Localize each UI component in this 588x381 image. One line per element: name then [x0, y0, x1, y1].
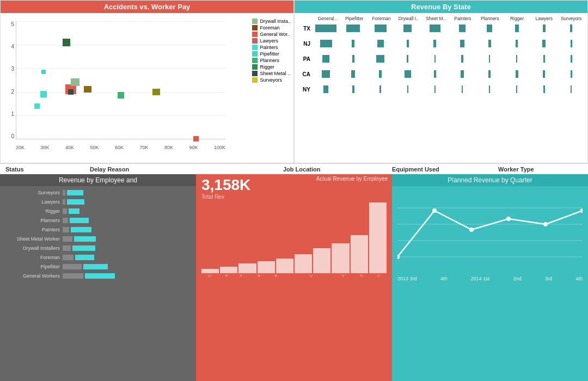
hbar-label: Surveyors: [5, 190, 63, 195]
hbar-row: Planners: [5, 217, 191, 224]
revenue-state-title: Revenue By State: [295, 1, 587, 13]
x-label: 80K: [164, 145, 173, 150]
vbar: [295, 254, 312, 273]
col-header: Sheet M..: [422, 16, 449, 21]
col-header: Lawyers: [530, 16, 558, 21]
hbar-label: Drywall Installers: [5, 245, 63, 251]
rev-bar: [459, 24, 465, 32]
vbar: [369, 202, 387, 273]
legend-item: Painters: [252, 45, 291, 50]
rev-bar: [543, 70, 545, 78]
col-header: Pipefitter: [341, 16, 368, 21]
rev-bar: [516, 40, 518, 47]
rev-bar: [403, 24, 412, 32]
rev-bar: [430, 24, 440, 32]
vbar: [201, 269, 219, 273]
line-dot: [543, 222, 548, 226]
hbar-label: Rigger: [5, 208, 63, 214]
hbar-seg1: [63, 208, 67, 214]
rev-bar: [375, 24, 387, 32]
line-dot: [506, 217, 511, 221]
line-dot: [432, 208, 437, 213]
hbar-seg1: [63, 245, 71, 251]
rev-bar: [489, 85, 490, 93]
legend: Drywall Insta.. Foreman General Wor.. La…: [252, 19, 291, 84]
rev-bar: [571, 85, 572, 93]
y-label: 4: [11, 44, 14, 50]
hbar-label: Planners: [5, 218, 63, 223]
vbar: [220, 267, 237, 273]
rev-row-tx: TX: [297, 22, 585, 34]
y-label: 1: [11, 111, 14, 117]
legend-label: Rigger: [260, 64, 274, 70]
rev-row-pa: PA: [297, 53, 585, 65]
hbar-seg2: [70, 218, 89, 223]
equipment-title: Equipment Used: [392, 166, 493, 173]
hbar-seg1: [63, 264, 82, 269]
col-header: Planners: [476, 16, 504, 21]
hbar-seg2: [69, 208, 79, 214]
legend-label: Surveyors: [260, 77, 282, 83]
rev-bar: [376, 55, 384, 63]
legend-label: Foreman: [260, 25, 279, 30]
legend-item: Pipefitter: [252, 51, 291, 57]
legend-item: Foreman: [252, 25, 291, 30]
hbar-label: Painters: [5, 227, 63, 232]
rev-bar: [542, 40, 546, 47]
rev-bar: [515, 24, 519, 32]
line-dot: [580, 208, 583, 213]
legend-item: Drywall Insta..: [252, 19, 291, 24]
legend-item: Planners: [252, 58, 291, 63]
scatter-dot: [193, 136, 199, 142]
accidents-panel: Accidents vs. Worker Pay 5 4 3 2 1 0: [0, 0, 294, 163]
hbar-seg1: [63, 255, 74, 260]
legend-label: Painters: [260, 45, 278, 50]
rev-bar: [322, 55, 329, 63]
hbar-track: [63, 227, 191, 232]
legend-color: [252, 58, 258, 63]
quarter-label: 4th: [575, 276, 583, 281]
y-label: 2: [11, 89, 14, 95]
col-header: Surveyors: [558, 16, 585, 21]
rev-bars-pa: [313, 53, 585, 65]
rev-bar: [315, 24, 336, 32]
y-label: 5: [11, 21, 14, 27]
state-label: NJ: [297, 41, 313, 47]
rev-employee-panel: Revenue by Employee and Surveyors Lawyer…: [0, 174, 196, 381]
horiz-bar-chart: Surveyors Lawyers Rigger: [0, 186, 196, 284]
legend-color: [252, 71, 258, 76]
hbar-track: [63, 208, 191, 214]
legend-color: [252, 19, 258, 24]
hbar-seg1: [63, 273, 83, 279]
rev-bar: [487, 24, 492, 32]
x-label: 20K: [16, 145, 24, 150]
hbar-row: Lawyers: [5, 198, 191, 205]
rev-bar: [516, 70, 518, 78]
hbar-seg1: [63, 236, 72, 242]
scatter-dot: [84, 86, 91, 93]
rev-bar: [571, 70, 572, 78]
hbar-track: [63, 218, 191, 223]
hbar-label: Sheet Metal Worker: [5, 236, 63, 242]
scatter-dot: [71, 78, 79, 86]
actual-rev-panel: Actual Revenue by Employee 3,158K Total …: [196, 174, 392, 381]
x-label: 100K: [214, 145, 225, 150]
legend-color: [252, 32, 258, 37]
legend-item: Surveyors: [252, 77, 291, 83]
rev-bar: [320, 40, 332, 47]
hbar-seg2: [72, 245, 95, 251]
rev-bar: [434, 55, 436, 63]
state-label: TX: [297, 26, 313, 32]
rev-bar: [489, 55, 490, 63]
y-axis: 5 4 3 2 1 0: [3, 21, 14, 139]
legend-label: General Wor..: [260, 32, 290, 37]
rev-bar: [461, 55, 463, 63]
state-label: CA: [297, 71, 313, 77]
hbar-seg2: [74, 236, 96, 242]
line-chart-area: 2013 3rd 4th 2014 1st 2nd 3rd 4th: [392, 186, 588, 284]
x-label: 50K: [90, 145, 99, 150]
hbar-row: Foreman: [5, 254, 191, 261]
legend-color: [252, 25, 258, 30]
job-title: Job Location: [283, 166, 387, 173]
x-label: 30K: [40, 145, 49, 150]
